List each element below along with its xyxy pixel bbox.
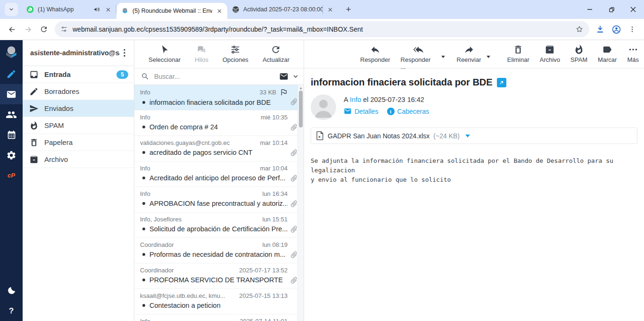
forward-dropdown-caret[interactable]	[487, 56, 490, 58]
downloads-icon[interactable]	[592, 21, 608, 37]
rail-cpanel-button[interactable]: cP	[0, 165, 23, 186]
rail-darkmode-button[interactable]	[0, 280, 23, 301]
unread-dot	[142, 177, 145, 179]
row-sender: validaciones.guayas@cnt.gob.ec	[140, 139, 256, 146]
whatsapp-icon	[26, 6, 34, 13]
threads-button[interactable]: Hilos	[195, 44, 208, 63]
row-sender: Info, Joseflores	[140, 216, 259, 223]
back-button[interactable]	[4, 21, 20, 37]
unread-dot	[142, 202, 145, 205]
trash-icon	[29, 138, 39, 147]
message-list-row[interactable]: ksaait@fcjse.utb.edu.ec, kmu... 2025-07-…	[134, 289, 304, 314]
attachment-dropdown-caret[interactable]	[465, 135, 470, 137]
search-input[interactable]	[154, 73, 279, 80]
tab-close-icon[interactable]	[215, 7, 223, 15]
message-list-row[interactable]: Info mar 10:04 Acreditado del anticipo d…	[134, 161, 304, 187]
message-list-row[interactable]: Info, Joseflores lun 15:51 Solicitud de …	[134, 212, 304, 238]
open-in-new-window-icon[interactable]	[497, 78, 506, 87]
tab-audio-icon[interactable]	[93, 6, 101, 13]
unread-dot	[142, 304, 145, 307]
search-options-chevron-icon[interactable]	[292, 73, 299, 80]
tab-separator	[322, 5, 323, 14]
reply-all-button[interactable]: Responder ...	[396, 44, 441, 70]
message-list-row[interactable]: Coordinador lun 08:19 Proformas de neces…	[134, 238, 304, 263]
folder-item-spam[interactable]: SPAM	[23, 117, 134, 134]
more-button[interactable]: Más	[622, 44, 644, 63]
new-tab-button[interactable]: +	[342, 3, 355, 16]
address-bar[interactable]: webmail.sanjuan.gob.ec/cpsess1535909589/…	[55, 21, 589, 37]
rail-contacts-button[interactable]	[0, 104, 23, 125]
refresh-button[interactable]: Actualizar	[263, 44, 289, 63]
account-menu-icon[interactable]	[120, 49, 129, 57]
window-close-button[interactable]	[622, 0, 644, 19]
tab-whatsapp[interactable]: (1) WhatsApp	[22, 0, 116, 19]
spam-button[interactable]: SPAM	[565, 44, 593, 63]
list-scrollbar[interactable]: ▲	[297, 85, 304, 321]
unread-dot	[142, 228, 145, 230]
unread-dot	[142, 253, 145, 256]
url-text[interactable]: webmail.sanjuan.gob.ec/cpsess1535909589/…	[73, 25, 575, 33]
message-list-row[interactable]: Info mié 10:35 Orden de compra # 24	[134, 110, 304, 136]
mark-button[interactable]: Marcar	[593, 44, 622, 63]
message-list-row[interactable]: Info 2025-07-14 11:01	[134, 314, 304, 321]
folder-label: Papelera	[44, 138, 128, 146]
folder-item-borradores[interactable]: Borradores	[23, 83, 134, 100]
list-toolbar: Seleccionar Hilos Opciones Actualizar	[134, 40, 304, 68]
row-date-or-size: mar 10:14	[260, 139, 288, 146]
rail-compose-button[interactable]	[0, 64, 23, 84]
headers-toggle[interactable]: i Cabeceras	[387, 108, 429, 115]
recipient-link[interactable]: Info	[350, 96, 361, 103]
reply-all-icon	[413, 44, 423, 55]
cpanel-logo: cP	[8, 172, 15, 179]
sender-avatar	[311, 94, 336, 120]
flag-icon[interactable]	[280, 88, 288, 96]
options-button[interactable]: Opciones	[223, 44, 248, 63]
folder-item-papelera[interactable]: Papelera	[23, 134, 134, 151]
archive-button[interactable]: Archivo	[535, 44, 565, 63]
folder-label: Archivo	[44, 155, 128, 163]
select-button[interactable]: Seleccionar	[149, 44, 181, 63]
forward-button[interactable]	[20, 21, 36, 37]
threads-label: Hilos	[195, 56, 208, 63]
folder-item-entrada[interactable]: Entrada 5	[23, 66, 134, 83]
folder-item-archivo[interactable]: Archivo	[23, 151, 134, 168]
rail-help-button[interactable]: ?	[0, 301, 23, 321]
reply-all-dropdown-caret[interactable]	[441, 56, 445, 58]
row-date-or-size: lun 15:51	[263, 216, 288, 223]
reply-button[interactable]: Responder	[355, 44, 396, 63]
reply-icon	[370, 44, 380, 55]
scrollbar-thumb[interactable]	[299, 91, 303, 127]
tab-close-icon[interactable]	[326, 5, 334, 14]
tab-actividad[interactable]: Actividad 2025-07-23 08:00:00	[227, 0, 338, 19]
message-list-row[interactable]: Info 33 KB informacion finaciera solicit…	[134, 85, 304, 110]
window-minimize-button[interactable]	[579, 0, 601, 19]
attachment-bar[interactable]: x GADPR San Juan Notas 2024.xlsx (~24 KB…	[311, 127, 637, 144]
view-toolbar: Responder Responder ... Reenviar Elimi	[304, 40, 644, 68]
scrollbar-up-arrow[interactable]: ▲	[298, 85, 304, 90]
delete-button[interactable]: Eliminar	[502, 44, 535, 63]
search-scope-mail-icon[interactable]	[279, 72, 289, 81]
details-toggle[interactable]: Detalles	[344, 107, 379, 115]
reload-button[interactable]	[36, 21, 52, 37]
forward-button[interactable]: Reenviar	[452, 44, 487, 63]
message-list-row[interactable]: Info lun 16:34 APROBACION fase precontra…	[134, 187, 304, 212]
archive-label: Archivo	[540, 56, 560, 63]
row-sender: Info	[140, 190, 259, 197]
rail-calendar-button[interactable]	[0, 125, 23, 145]
row-subject: Proformas de necesidad de contratacion m…	[149, 251, 288, 258]
attachment-name[interactable]: GADPR San Juan Notas 2024.xlsx	[328, 132, 429, 140]
window-restore-button[interactable]	[601, 0, 622, 19]
profile-avatar-icon[interactable]	[608, 21, 624, 37]
message-list-row[interactable]: Coordinador 2025-07-17 13:52 PROFORMA SE…	[134, 263, 304, 289]
rail-mail-button[interactable]	[0, 84, 23, 104]
bookmark-star-icon[interactable]	[575, 25, 584, 34]
folder-item-enviados[interactable]: Enviados	[23, 100, 134, 117]
message-list-row[interactable]: validaciones.guayas@cnt.gob.ec mar 10:14…	[134, 136, 304, 161]
site-settings-icon[interactable]	[60, 25, 68, 33]
tab-search-button[interactable]	[5, 3, 18, 16]
tab-close-icon[interactable]	[104, 5, 112, 14]
search-bar	[134, 68, 304, 85]
rail-settings-button[interactable]	[0, 145, 23, 165]
tab-roundcube[interactable]: (5) Roundcube Webmail :: Envia	[116, 3, 227, 19]
chrome-menu-icon[interactable]	[624, 21, 640, 37]
